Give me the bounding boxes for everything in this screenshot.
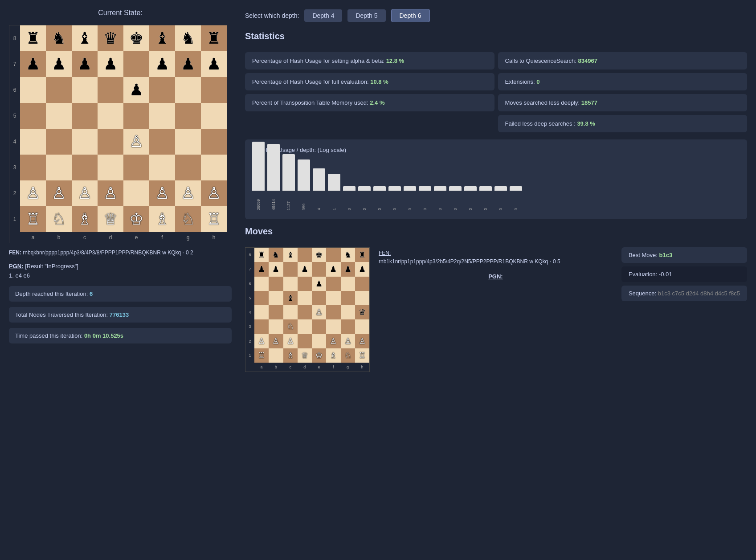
square-f1: ♗ (326, 348, 340, 363)
fen-value: rnbqkbnr/pppp1ppp/4p3/8/4P3/8/PPPP1PPP/R… (23, 249, 193, 256)
square-b7: ♟ (46, 51, 72, 77)
piece-g1: ♘ (181, 211, 195, 227)
square-h5 (201, 103, 227, 129)
square-e6: ♟ (123, 77, 149, 103)
piece-d8: ♛ (103, 30, 118, 46)
depth-selector-label: Select which depth: (245, 12, 299, 19)
chart-bar-label: 0 (453, 192, 458, 210)
depth-6-button[interactable]: Depth 6 (391, 9, 430, 22)
square-h4 (201, 129, 227, 155)
file-label-a: a (20, 232, 46, 243)
chart-bar-label: 0 (438, 192, 442, 210)
file-label-g: g (175, 232, 201, 243)
chart-bar (282, 154, 295, 191)
piece-c2: ♙ (78, 185, 92, 201)
chart-bar-label: 0 (483, 192, 488, 210)
piece-b1: ♘ (52, 211, 66, 227)
chart-bar-wrapper: 359 (298, 159, 310, 210)
piece-h7: ♟ (207, 56, 221, 72)
square-e8: ♚ (312, 248, 326, 262)
piece-b7: ♟ (52, 56, 66, 72)
square-g6 (175, 77, 201, 103)
square-f5 (149, 103, 175, 129)
left-panel: Current State: 8♜♞♝♛♚♝♞♜7♟♟♟♟♟♟♟6♟54♙32♙… (9, 9, 232, 343)
piece-h8: ♜ (207, 30, 221, 46)
square-c3 (72, 155, 98, 180)
nodes-box: Total Nodes Traversed this Iteration: 77… (9, 307, 232, 323)
chart-bar (404, 186, 416, 191)
chart-bar (434, 186, 446, 191)
chart-bar-wrapper: 0 (494, 186, 507, 210)
rank-label-5: 5 (9, 103, 20, 129)
square-c1: ♗ (72, 206, 98, 232)
piece-e4: ♙ (129, 134, 143, 150)
square-b3 (269, 319, 283, 334)
depth-4-button[interactable]: Depth 4 (304, 9, 342, 22)
depth-box: Depth reached this Iteration: 6 (9, 286, 232, 302)
square-h6 (201, 77, 227, 103)
square-h3 (201, 155, 227, 180)
piece-b2: ♙ (52, 185, 66, 201)
square-d8 (298, 248, 312, 262)
piece-f2: ♙ (330, 337, 337, 345)
square-e8: ♚ (123, 25, 149, 51)
square-g4 (175, 129, 201, 155)
nodes-label: Total Nodes Traversed this Iteration: (15, 311, 108, 318)
piece-a8: ♜ (258, 251, 265, 259)
chart-bar-label: 0 (468, 192, 473, 210)
nodes-value: 776133 (110, 311, 129, 318)
square-g4 (341, 305, 355, 319)
piece-h1: ♖ (359, 352, 366, 360)
chart-bar-wrapper: 0 (404, 186, 416, 210)
chart-box: Full Hash Usage / depth: (Log scale) 360… (245, 139, 747, 219)
square-a7: ♟ (20, 51, 46, 77)
square-e4: ♙ (123, 129, 149, 155)
chart-bar-wrapper: 1 (328, 174, 340, 210)
square-b7: ♟ (269, 262, 283, 276)
chart-bar-label: 0 (499, 192, 503, 210)
square-g8: ♞ (341, 248, 355, 262)
piece-h1: ♖ (207, 211, 221, 227)
piece-d7: ♟ (301, 265, 308, 273)
piece-g7: ♟ (344, 265, 351, 273)
piece-h8: ♜ (359, 251, 366, 259)
piece-g7: ♟ (181, 56, 195, 72)
file-label-c: c (72, 232, 98, 243)
piece-b2: ♙ (272, 337, 279, 345)
moves-fen-value: rnb1k1nr/pp1p1ppp/4p3/2b5/4P2q/2N5/PPP2P… (379, 258, 560, 265)
piece-a7: ♟ (258, 265, 265, 273)
square-e6: ♟ (312, 277, 326, 291)
chart-bar-wrapper: 0 (388, 186, 401, 210)
square-d4 (298, 305, 312, 319)
square-d2: ♙ (98, 180, 123, 206)
square-e1: ♔ (312, 348, 326, 363)
right-panel: Select which depth: Depth 4 Depth 5 Dept… (245, 9, 747, 372)
square-e2 (123, 180, 149, 206)
chart-bar-label: 0 (514, 192, 518, 210)
piece-a2: ♙ (26, 185, 40, 201)
depth-5-button[interactable]: Depth 5 (347, 9, 385, 22)
file-label-a: a (254, 363, 269, 372)
piece-g2: ♙ (181, 185, 195, 201)
square-h7: ♟ (201, 51, 227, 77)
square-g5 (341, 291, 355, 305)
time-value: 0h 0m 10.525s (84, 332, 123, 339)
depth-value: 6 (90, 290, 93, 297)
square-a3 (20, 155, 46, 180)
piece-b7: ♟ (272, 265, 279, 273)
square-c2: ♙ (72, 180, 98, 206)
square-d3 (98, 155, 123, 180)
stat-quiescence: Calls to QuiescenceSearch: 834967 (498, 52, 748, 69)
stat-transposition: Percent of Transposition Table Memory us… (245, 94, 494, 111)
rank-label-6: 6 (245, 277, 254, 291)
square-g7: ♟ (175, 51, 201, 77)
square-b4 (269, 305, 283, 319)
square-d5 (98, 103, 123, 129)
square-a4 (20, 129, 46, 155)
square-d8: ♛ (98, 25, 123, 51)
chart-bar-wrapper: 1127 (282, 154, 295, 210)
rank-label-4: 4 (9, 129, 20, 155)
square-h8: ♜ (201, 25, 227, 51)
eval-label: Evaluation: (629, 271, 657, 278)
chart-bar-wrapper: 0 (419, 186, 431, 210)
